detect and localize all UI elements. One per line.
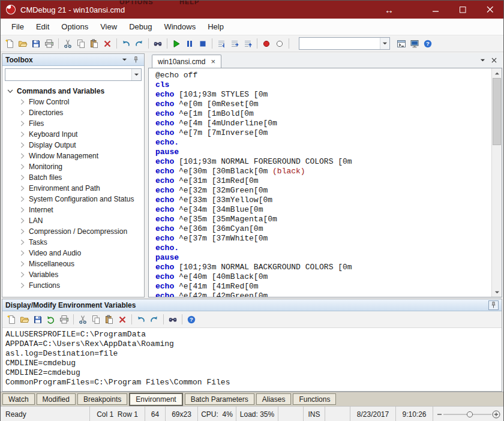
toolbox-item-variables[interactable]: Variables	[2, 269, 144, 280]
chevron-right-icon[interactable]	[18, 216, 27, 225]
toolbox-item-commands-and-variables[interactable]: Commands and Variables	[2, 86, 144, 97]
toolbox-item-files[interactable]: Files	[2, 118, 144, 129]
toolbox-item-internet[interactable]: Internet	[2, 205, 144, 215]
menu-file[interactable]: File	[5, 19, 30, 35]
env-pin-icon[interactable]	[488, 300, 499, 310]
combo-dropdown-icon[interactable]	[380, 38, 389, 49]
menu-edit[interactable]: Edit	[30, 19, 55, 35]
chevron-down-icon[interactable]	[6, 87, 15, 95]
toolbox-item-keyboard-input[interactable]: Keyboard Input	[2, 129, 144, 140]
cut-icon[interactable]	[76, 312, 89, 326]
step-over-icon[interactable]	[228, 37, 241, 50]
bottom-tab-breakpoints[interactable]: Breakpoints	[77, 393, 127, 405]
print-icon[interactable]	[58, 312, 71, 326]
menu-help[interactable]: Help	[202, 19, 230, 35]
undo-icon[interactable]	[134, 312, 148, 326]
chevron-right-icon[interactable]	[18, 238, 27, 246]
open-file-icon[interactable]	[18, 312, 31, 326]
clear-breakpoints-icon[interactable]	[273, 37, 286, 50]
toolbox-item-monitoring[interactable]: Monitoring	[2, 161, 144, 172]
toolbox-item-lan[interactable]: LAN	[2, 215, 144, 226]
redo-icon[interactable]	[148, 312, 161, 326]
toolbox-item-miscellaneous[interactable]: Miscellaneous	[2, 258, 144, 269]
chevron-right-icon[interactable]	[18, 130, 27, 139]
toolbox-item-environment-and-path[interactable]: Environment and Path	[2, 183, 144, 194]
chevron-right-icon[interactable]	[18, 249, 27, 257]
scrollbar-thumb[interactable]	[493, 78, 501, 145]
toolbox-item-directories[interactable]: Directories	[2, 107, 144, 118]
toolbox-item-window-management[interactable]: Window Management	[2, 151, 144, 161]
editor-content[interactable]: @echo offclsecho [101;93m STYLES [0mecho…	[149, 68, 491, 297]
chevron-right-icon[interactable]	[18, 98, 27, 106]
delete-icon[interactable]	[101, 37, 114, 50]
chevron-right-icon[interactable]	[18, 260, 27, 268]
monitor-icon[interactable]	[408, 37, 421, 50]
command-window-icon[interactable]	[395, 37, 408, 50]
menu-view[interactable]: View	[94, 19, 123, 35]
toolbox-pin-icon[interactable]	[131, 55, 141, 65]
step-into-icon[interactable]	[215, 37, 228, 50]
menu-windows[interactable]: Windows	[158, 19, 202, 35]
menu-debug[interactable]: Debug	[123, 19, 158, 35]
find-icon[interactable]	[166, 312, 179, 326]
chevron-right-icon[interactable]	[18, 195, 27, 203]
chevron-right-icon[interactable]	[18, 173, 27, 182]
chevron-right-icon[interactable]	[18, 270, 27, 279]
menu-options[interactable]: Options	[55, 19, 94, 35]
chevron-right-icon[interactable]	[18, 206, 27, 214]
code-editor[interactable]: @echo offclsecho [101;93m STYLES [0mecho…	[148, 68, 502, 297]
bottom-tab-watch[interactable]: Watch	[2, 393, 35, 405]
expression-combobox[interactable]	[299, 37, 390, 50]
editor-tab-win10ansi[interactable]: win10ansi.cmd ×	[152, 55, 221, 68]
toolbox-item-functions[interactable]: Functions	[2, 280, 144, 291]
chevron-right-icon[interactable]	[18, 141, 27, 149]
bottom-tab-aliases[interactable]: Aliases	[256, 393, 292, 405]
open-file-icon[interactable]	[16, 37, 29, 50]
bottom-tab-environment[interactable]: Environment	[129, 393, 182, 406]
paste-icon[interactable]	[88, 37, 101, 50]
tab-bar-close-icon[interactable]	[491, 56, 497, 65]
revert-icon[interactable]	[44, 312, 58, 326]
toolbox-item-flow-control[interactable]: Flow Control	[2, 97, 144, 107]
record-icon[interactable]	[260, 37, 273, 50]
save-icon[interactable]	[31, 312, 44, 326]
copy-icon[interactable]	[74, 37, 88, 50]
find-icon[interactable]	[151, 37, 164, 50]
bottom-tab-functions[interactable]: Functions	[293, 393, 336, 405]
redo-icon[interactable]	[133, 37, 146, 50]
chevron-right-icon[interactable]	[18, 119, 27, 128]
scroll-down-icon[interactable]	[492, 287, 502, 297]
help-icon[interactable]: ?	[421, 37, 434, 50]
chevron-right-icon[interactable]	[18, 163, 27, 171]
scroll-up-icon[interactable]	[492, 68, 502, 78]
chevron-right-icon[interactable]	[18, 152, 27, 160]
bottom-tab-batch-parameters[interactable]: Batch Parameters	[185, 393, 254, 405]
run-icon[interactable]	[170, 37, 183, 50]
chevron-right-icon[interactable]	[18, 184, 27, 193]
help-icon[interactable]: ?	[185, 312, 198, 326]
title-bar[interactable]: CMDebug 21 - win10ansi.cmd ↔ OPTIONSHELP	[1, 1, 503, 19]
editor-vertical-scrollbar[interactable]	[491, 68, 502, 297]
toolbox-item-display-output[interactable]: Display Output	[2, 140, 144, 151]
toolbox-item-batch-files[interactable]: Batch files	[2, 172, 144, 183]
step-out-icon[interactable]	[241, 37, 254, 50]
toolbox-item-system-configuration-and-status[interactable]: System Configuration and Status	[2, 194, 144, 205]
undo-icon[interactable]	[119, 37, 133, 50]
bottom-tab-modified[interactable]: Modified	[37, 393, 76, 405]
combo-dropdown-icon[interactable]	[131, 69, 141, 80]
minimize-button[interactable]	[422, 1, 449, 19]
paste-icon[interactable]	[103, 312, 116, 326]
toolbox-item-compression-decompression[interactable]: Compression / Decompression	[2, 226, 144, 237]
maximize-button[interactable]	[449, 1, 476, 19]
close-button[interactable]	[476, 1, 503, 19]
new-file-icon[interactable]	[5, 312, 18, 326]
env-content[interactable]: ALLUSERSPROFILE=C:\ProgramDataAPPDATA=C:…	[2, 328, 502, 391]
delete-icon[interactable]	[116, 312, 129, 326]
zoom-slider[interactable]	[433, 407, 503, 421]
chevron-right-icon[interactable]	[18, 227, 27, 236]
pause-icon[interactable]	[183, 37, 196, 50]
toolbox-dropdown-icon[interactable]	[119, 55, 130, 65]
copy-icon[interactable]	[89, 312, 103, 326]
print-icon[interactable]	[43, 37, 56, 50]
chevron-right-icon[interactable]	[18, 281, 27, 290]
